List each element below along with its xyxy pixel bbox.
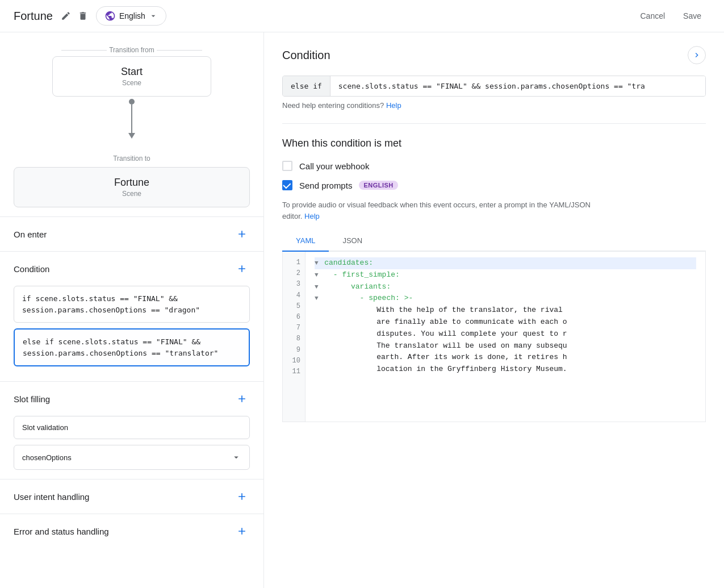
on-enter-label: On enter xyxy=(14,230,47,239)
arrow-head xyxy=(128,133,135,139)
send-prompts-desc: To provide audio or visual feedback when… xyxy=(282,199,706,222)
app-header: Fortune English Cancel Save xyxy=(0,0,724,32)
condition-block-1[interactable]: if scene.slots.status == "FINAL" && sess… xyxy=(14,286,250,323)
plus-icon-slot xyxy=(236,393,248,404)
triangle-icon: ▼ xyxy=(315,270,322,281)
globe-icon xyxy=(104,10,116,22)
editor-tabs: YAML JSON xyxy=(282,231,706,252)
transition-from-name: Start xyxy=(76,66,188,78)
arrow xyxy=(128,99,135,139)
dropdown-chevron-icon xyxy=(231,452,241,462)
condition-value-input[interactable] xyxy=(330,76,705,96)
transition-from-box: Start Scene xyxy=(52,56,211,97)
user-intent-add-button[interactable] xyxy=(234,489,250,504)
chevron-right-icon xyxy=(692,51,701,60)
code-line-4: ▼ - speech: >- xyxy=(315,293,696,305)
triangle-icon: ▼ xyxy=(315,294,322,304)
on-enter-add-button[interactable] xyxy=(234,226,250,242)
right-condition-title: Condition xyxy=(282,46,706,64)
main-layout: Transition from Start Scene Transition t… xyxy=(0,32,724,588)
json-tab[interactable]: JSON xyxy=(329,231,376,252)
code-line-9: earth. After its work is done, it retire… xyxy=(315,352,696,364)
edit-icon xyxy=(61,11,71,21)
slot-section: Slot filling Slot validation chosenOptio… xyxy=(0,381,263,479)
nav-next-button[interactable] xyxy=(688,46,706,64)
send-prompts-label: Send prompts xyxy=(299,181,352,190)
transition-to-section: Transition to Fortune Scene xyxy=(0,141,263,216)
transition-from-label: Transition from xyxy=(109,46,154,54)
error-status-label: Error and status handling xyxy=(14,527,109,536)
user-intent-label: User intent handling xyxy=(14,492,89,502)
right-panel: Condition else if Need help entering con… xyxy=(264,32,724,588)
plus-icon xyxy=(236,228,248,240)
trash-icon xyxy=(78,11,88,21)
transition-from-area: Transition from Start Scene xyxy=(0,32,263,141)
triangle-icon: ▼ xyxy=(315,282,322,293)
code-editor: 1234567891011 ▼ candidates:▼ - first_sim… xyxy=(282,252,706,422)
condition-block-2-line1: else if scene.slots.status == "FINAL" && xyxy=(23,336,241,348)
slot-validation-label: Slot validation xyxy=(22,423,68,432)
send-prompts-row: Send prompts ENGLISH xyxy=(282,180,706,190)
call-webhook-label: Call your webhook xyxy=(299,161,369,171)
error-status-section[interactable]: Error and status handling xyxy=(0,514,263,548)
condition-input-row: else if xyxy=(282,76,706,97)
code-line-5: With the help of the translator, the riv… xyxy=(315,305,696,316)
code-line-2: ▼ - first_simple: xyxy=(315,269,696,281)
plus-icon-condition xyxy=(236,263,248,274)
arrow-dot xyxy=(129,99,135,105)
language-badge: ENGLISH xyxy=(359,181,397,190)
left-panel: Transition from Start Scene Transition t… xyxy=(0,32,264,588)
transition-to-label: Transition to xyxy=(14,155,250,162)
code-line-7: disputes. You will complete your quest t… xyxy=(315,328,696,340)
condition-block-2[interactable]: else if scene.slots.status == "FINAL" &&… xyxy=(14,328,250,366)
yaml-tab[interactable]: YAML xyxy=(282,231,329,252)
condition-block-1-line2: session.params.chosenOptions == "dragon" xyxy=(22,305,241,316)
send-prompts-checkbox[interactable] xyxy=(282,180,292,190)
call-webhook-row: Call your webhook xyxy=(282,161,706,171)
transition-to-box: Fortune Scene xyxy=(14,167,250,207)
delete-button[interactable] xyxy=(74,7,91,24)
code-line-10: location in the Gryffinberg History Muse… xyxy=(315,364,696,376)
slot-add-button[interactable] xyxy=(234,391,250,407)
slot-header: Slot filling xyxy=(14,382,250,416)
condition-header: Condition xyxy=(14,252,250,286)
code-line-6: are finally able to communicate with eac… xyxy=(315,316,696,328)
line-numbers: 1234567891011 xyxy=(283,252,305,422)
language-button[interactable]: English xyxy=(96,6,166,26)
condition-block-2-line2: session.params.chosenOptions == "transla… xyxy=(23,348,241,359)
page-title: Fortune xyxy=(14,10,53,23)
chevron-down-icon xyxy=(149,11,158,20)
user-intent-section[interactable]: User intent handling xyxy=(0,479,263,514)
call-webhook-checkbox[interactable] xyxy=(282,161,292,171)
plus-icon-error xyxy=(236,526,248,537)
code-content[interactable]: ▼ candidates:▼ - first_simple:▼ variants… xyxy=(305,252,705,422)
code-line-3: ▼ variants: xyxy=(315,281,696,293)
transition-to-type: Scene xyxy=(37,190,227,198)
error-status-add-button[interactable] xyxy=(234,523,250,539)
slot-validation-item[interactable]: Slot validation xyxy=(14,416,250,439)
arrow-line xyxy=(131,105,132,133)
slot-filling-label: Slot filling xyxy=(14,394,50,404)
condition-section: Condition if scene.slots.status == "FINA… xyxy=(0,251,263,381)
slot-dropdown-label: chosenOptions xyxy=(22,453,72,462)
condition-add-button[interactable] xyxy=(234,261,250,277)
triangle-icon: ▼ xyxy=(315,258,322,269)
slot-dropdown-item[interactable]: chosenOptions xyxy=(14,445,250,470)
condition-block-1-line1: if scene.slots.status == "FINAL" && xyxy=(22,293,241,305)
save-button[interactable]: Save xyxy=(674,7,710,25)
edit-button[interactable] xyxy=(57,7,74,24)
on-enter-section[interactable]: On enter xyxy=(0,216,263,251)
transition-to-name: Fortune xyxy=(37,177,227,189)
help-link[interactable]: Help xyxy=(386,101,401,110)
when-title: When this condition is met xyxy=(282,137,706,149)
code-line-1: ▼ candidates: xyxy=(315,257,696,269)
divider-1 xyxy=(282,123,706,124)
condition-keyword: else if xyxy=(283,76,330,96)
cancel-button[interactable]: Cancel xyxy=(631,7,674,25)
send-help-link[interactable]: Help xyxy=(304,212,320,220)
help-text: Need help entering conditions? Help xyxy=(282,101,706,110)
language-label: English xyxy=(119,11,145,20)
plus-icon-user xyxy=(236,491,248,502)
code-line-8: The translator will be used on many subs… xyxy=(315,340,696,352)
transition-from-type: Scene xyxy=(76,79,188,87)
